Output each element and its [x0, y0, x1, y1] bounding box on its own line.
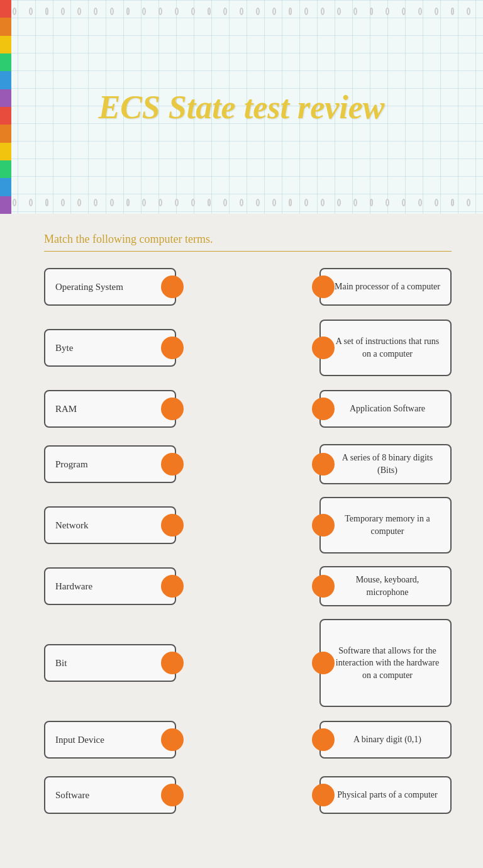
def-label-1: Main processor of a computer: [335, 281, 440, 293]
def-box-6[interactable]: Mouse, keyboard, microphone: [319, 566, 452, 606]
term-label-3: RAM: [55, 404, 161, 415]
def-label-4: A series of 8 binary digits (Bits): [335, 452, 440, 476]
connector-circle-def-1[interactable]: [312, 275, 335, 298]
term-box-program[interactable]: Program: [44, 445, 176, 483]
match-row-9: Software Physical parts of a computer: [44, 770, 452, 820]
def-label-5: Temporary memory in a computer: [335, 513, 440, 537]
page-title: ECS State test review: [99, 89, 385, 126]
connector-circle-6[interactable]: [161, 575, 184, 598]
match-row-1: Operating System Main processor of a com…: [44, 262, 452, 312]
connector-circle-1[interactable]: [161, 275, 184, 298]
term-label-8: Input Device: [55, 735, 161, 745]
connector-circle-9[interactable]: [161, 784, 184, 806]
def-label-3: Application Software: [335, 403, 440, 415]
term-label-2: Byte: [55, 343, 161, 353]
connector-circle-def-4[interactable]: [312, 453, 335, 476]
connector-circle-def-7[interactable]: [312, 652, 335, 674]
connector-circle-2[interactable]: [161, 337, 184, 359]
connector-circle-def-8[interactable]: [312, 728, 335, 751]
connector-circle-def-5[interactable]: [312, 514, 335, 537]
def-box-1[interactable]: Main processor of a computer: [319, 268, 452, 306]
header-section: ECS State test review: [0, 0, 483, 214]
match-container: Operating System Main processor of a com…: [44, 262, 452, 820]
subtitle: Match the following computer terms.: [44, 233, 452, 252]
term-label-6: Hardware: [55, 581, 161, 592]
term-box-ram[interactable]: RAM: [44, 390, 176, 428]
connector-circle-def-6[interactable]: [312, 575, 335, 598]
term-box-software[interactable]: Software: [44, 776, 176, 814]
def-label-8: A binary digit (0,1): [335, 733, 440, 746]
connector-circle-8[interactable]: [161, 728, 184, 751]
term-label-4: Program: [55, 459, 161, 470]
connector-circle-def-3[interactable]: [312, 398, 335, 420]
match-row-4: Program A series of 8 binary digits (Bit…: [44, 439, 452, 489]
connector-circle-7[interactable]: [161, 652, 184, 674]
def-label-9: Physical parts of a computer: [335, 789, 440, 801]
main-content: Match the following computer terms. Oper…: [0, 214, 483, 868]
term-label-9: Software: [55, 790, 161, 801]
connector-circle-def-2[interactable]: [312, 337, 335, 359]
def-box-7[interactable]: Software that allows for the interaction…: [319, 619, 452, 707]
term-label-5: Network: [55, 520, 161, 531]
match-row-7: Bit Software that allows for the interac…: [44, 616, 452, 709]
def-label-2: A set of instructions that runs on a com…: [335, 335, 440, 360]
term-box-input-device[interactable]: Input Device: [44, 721, 176, 759]
match-row-2: Byte A set of instructions that runs on …: [44, 317, 452, 379]
term-box-network[interactable]: Network: [44, 506, 176, 544]
term-box-operating-system[interactable]: Operating System: [44, 268, 176, 306]
match-row-6: Hardware Mouse, keyboard, microphone: [44, 561, 452, 611]
def-box-3[interactable]: Application Software: [319, 390, 452, 428]
def-label-7: Software that allows for the interaction…: [335, 645, 440, 682]
term-box-byte[interactable]: Byte: [44, 329, 176, 367]
term-label-7: Bit: [55, 658, 161, 669]
match-row-8: Input Device A binary digit (0,1): [44, 715, 452, 765]
term-label-1: Operating System: [55, 282, 161, 292]
def-label-6: Mouse, keyboard, microphone: [335, 574, 440, 598]
connector-circle-3[interactable]: [161, 398, 184, 420]
match-row-3: RAM Application Software: [44, 384, 452, 434]
def-box-4[interactable]: A series of 8 binary digits (Bits): [319, 444, 452, 484]
term-box-bit[interactable]: Bit: [44, 644, 176, 682]
color-bar: [0, 0, 11, 214]
def-box-2[interactable]: A set of instructions that runs on a com…: [319, 320, 452, 376]
connector-circle-4[interactable]: [161, 453, 184, 476]
dots-top: [13, 8, 470, 15]
def-box-5[interactable]: Temporary memory in a computer: [319, 497, 452, 554]
match-row-5: Network Temporary memory in a computer: [44, 494, 452, 556]
connector-circle-5[interactable]: [161, 514, 184, 537]
def-box-9[interactable]: Physical parts of a computer: [319, 776, 452, 814]
def-box-8[interactable]: A binary digit (0,1): [319, 721, 452, 759]
term-box-hardware[interactable]: Hardware: [44, 567, 176, 605]
connector-circle-def-9[interactable]: [312, 784, 335, 806]
dots-bottom: [13, 199, 470, 206]
